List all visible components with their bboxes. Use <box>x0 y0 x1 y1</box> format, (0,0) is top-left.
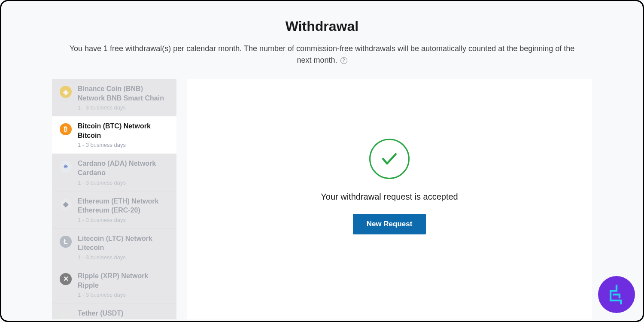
currency-time: 1 - 3 business days <box>78 292 170 298</box>
currency-name: Cardano (ADA) Network Cardano <box>78 159 170 177</box>
eth-icon: ◆ <box>60 198 72 210</box>
page-title: Withdrawal <box>1 18 643 34</box>
help-icon[interactable]: ? <box>340 57 347 64</box>
currency-item-btc[interactable]: ₿Bitcoin (BTC) Network Bitcoin1 - 3 busi… <box>52 116 176 154</box>
bnb-icon: ◈ <box>60 86 72 98</box>
xrp-icon: ✕ <box>60 273 72 285</box>
success-message: Your withdrawal request is accepted <box>321 192 458 202</box>
currency-name: Litecoin (LTC) Network Litecoin <box>78 234 170 252</box>
currency-sidebar: ◈Binance Coin (BNB) Network BNB Smart Ch… <box>52 79 176 319</box>
currency-item-bnb[interactable]: ◈Binance Coin (BNB) Network BNB Smart Ch… <box>52 79 176 116</box>
currency-item-ltc[interactable]: ŁLitecoin (LTC) Network Litecoin1 - 3 bu… <box>52 229 176 266</box>
currency-name: Bitcoin (BTC) Network Bitcoin <box>78 122 170 140</box>
content-area: ◈Binance Coin (BNB) Network BNB Smart Ch… <box>1 79 643 319</box>
currency-time: 1 - 3 business days <box>78 104 170 111</box>
subtitle-text: You have 1 free withdrawal(s) per calend… <box>70 44 575 64</box>
btc-icon: ₿ <box>60 123 72 135</box>
main-panel: Your withdrawal request is accepted New … <box>187 79 592 319</box>
currency-item-eth[interactable]: ◆Ethereum (ETH) Network Ethereum (ERC-20… <box>52 191 176 229</box>
page-subtitle: You have 1 free withdrawal(s) per calend… <box>56 43 588 66</box>
currency-item-xrp[interactable]: ✕Ripple (XRP) Network Ripple1 - 3 busine… <box>52 266 176 304</box>
currency-name: Tether (USDT) <box>78 309 170 318</box>
usdt-icon <box>60 310 72 319</box>
currency-name: Ripple (XRP) Network Ripple <box>78 271 170 290</box>
currency-time: 1 - 3 business days <box>78 142 170 148</box>
currency-time: 1 - 3 business days <box>78 254 170 261</box>
ltc-icon: Ł <box>60 236 72 248</box>
currency-time: 1 - 3 business days <box>78 217 170 223</box>
ada-icon: ✳ <box>60 161 72 173</box>
currency-name: Binance Coin (BNB) Network BNB Smart Cha… <box>78 84 170 103</box>
currency-item-usdt[interactable]: Tether (USDT) <box>52 304 176 319</box>
currency-name: Ethereum (ETH) Network Ethereum (ERC-20) <box>78 197 170 215</box>
new-request-button[interactable]: New Request <box>353 214 426 234</box>
brand-logo-icon <box>598 276 635 313</box>
success-check-icon <box>369 139 410 179</box>
currency-time: 1 - 3 business days <box>78 179 170 186</box>
currency-item-ada[interactable]: ✳Cardano (ADA) Network Cardano1 - 3 busi… <box>52 154 176 191</box>
